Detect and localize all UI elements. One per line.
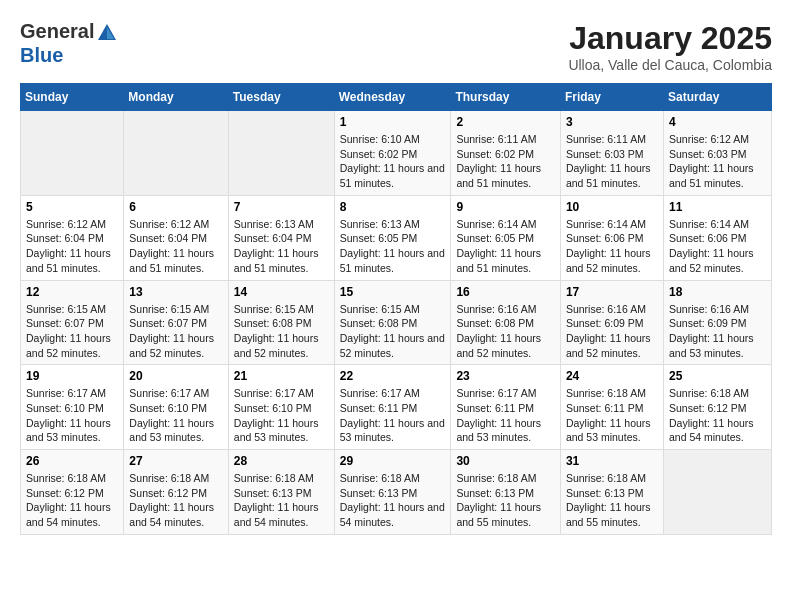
calendar-cell: 19Sunrise: 6:17 AMSunset: 6:10 PMDayligh… [21, 365, 124, 450]
day-info: Sunrise: 6:16 AMSunset: 6:09 PMDaylight:… [566, 302, 658, 361]
calendar-cell: 2Sunrise: 6:11 AMSunset: 6:02 PMDaylight… [451, 111, 561, 196]
day-info: Sunrise: 6:18 AMSunset: 6:13 PMDaylight:… [456, 471, 555, 530]
day-info: Sunrise: 6:12 AMSunset: 6:04 PMDaylight:… [129, 217, 222, 276]
calendar-cell: 30Sunrise: 6:18 AMSunset: 6:13 PMDayligh… [451, 450, 561, 535]
day-number: 3 [566, 115, 658, 129]
calendar-cell: 28Sunrise: 6:18 AMSunset: 6:13 PMDayligh… [228, 450, 334, 535]
calendar-cell: 23Sunrise: 6:17 AMSunset: 6:11 PMDayligh… [451, 365, 561, 450]
calendar-cell: 22Sunrise: 6:17 AMSunset: 6:11 PMDayligh… [334, 365, 451, 450]
calendar-cell: 10Sunrise: 6:14 AMSunset: 6:06 PMDayligh… [560, 195, 663, 280]
logo-general: General [20, 20, 94, 42]
title-block: January 2025 Ulloa, Valle del Cauca, Col… [568, 20, 772, 73]
day-number: 2 [456, 115, 555, 129]
day-number: 30 [456, 454, 555, 468]
day-number: 7 [234, 200, 329, 214]
calendar-week-3: 12Sunrise: 6:15 AMSunset: 6:07 PMDayligh… [21, 280, 772, 365]
calendar-week-4: 19Sunrise: 6:17 AMSunset: 6:10 PMDayligh… [21, 365, 772, 450]
day-info: Sunrise: 6:16 AMSunset: 6:09 PMDaylight:… [669, 302, 766, 361]
day-info: Sunrise: 6:18 AMSunset: 6:12 PMDaylight:… [26, 471, 118, 530]
calendar-cell: 18Sunrise: 6:16 AMSunset: 6:09 PMDayligh… [663, 280, 771, 365]
day-info: Sunrise: 6:18 AMSunset: 6:12 PMDaylight:… [129, 471, 222, 530]
day-number: 12 [26, 285, 118, 299]
calendar-cell: 12Sunrise: 6:15 AMSunset: 6:07 PMDayligh… [21, 280, 124, 365]
day-info: Sunrise: 6:17 AMSunset: 6:11 PMDaylight:… [456, 386, 555, 445]
header-wednesday: Wednesday [334, 84, 451, 111]
day-number: 21 [234, 369, 329, 383]
day-info: Sunrise: 6:17 AMSunset: 6:11 PMDaylight:… [340, 386, 446, 445]
calendar-week-1: 1Sunrise: 6:10 AMSunset: 6:02 PMDaylight… [21, 111, 772, 196]
logo-blue: Blue [20, 44, 63, 66]
day-info: Sunrise: 6:13 AMSunset: 6:04 PMDaylight:… [234, 217, 329, 276]
day-number: 1 [340, 115, 446, 129]
calendar-cell: 20Sunrise: 6:17 AMSunset: 6:10 PMDayligh… [124, 365, 228, 450]
header-tuesday: Tuesday [228, 84, 334, 111]
day-info: Sunrise: 6:16 AMSunset: 6:08 PMDaylight:… [456, 302, 555, 361]
day-number: 16 [456, 285, 555, 299]
day-number: 17 [566, 285, 658, 299]
day-number: 4 [669, 115, 766, 129]
day-info: Sunrise: 6:11 AMSunset: 6:03 PMDaylight:… [566, 132, 658, 191]
day-info: Sunrise: 6:17 AMSunset: 6:10 PMDaylight:… [129, 386, 222, 445]
day-number: 27 [129, 454, 222, 468]
calendar-cell: 17Sunrise: 6:16 AMSunset: 6:09 PMDayligh… [560, 280, 663, 365]
calendar-cell [21, 111, 124, 196]
header-monday: Monday [124, 84, 228, 111]
day-number: 20 [129, 369, 222, 383]
day-number: 31 [566, 454, 658, 468]
calendar-cell: 16Sunrise: 6:16 AMSunset: 6:08 PMDayligh… [451, 280, 561, 365]
calendar-title: January 2025 [568, 20, 772, 57]
calendar-cell: 14Sunrise: 6:15 AMSunset: 6:08 PMDayligh… [228, 280, 334, 365]
day-info: Sunrise: 6:13 AMSunset: 6:05 PMDaylight:… [340, 217, 446, 276]
calendar-cell: 25Sunrise: 6:18 AMSunset: 6:12 PMDayligh… [663, 365, 771, 450]
logo-icon [96, 22, 118, 44]
day-number: 5 [26, 200, 118, 214]
calendar-subtitle: Ulloa, Valle del Cauca, Colombia [568, 57, 772, 73]
calendar-cell: 7Sunrise: 6:13 AMSunset: 6:04 PMDaylight… [228, 195, 334, 280]
calendar-cell [663, 450, 771, 535]
day-number: 8 [340, 200, 446, 214]
day-info: Sunrise: 6:18 AMSunset: 6:12 PMDaylight:… [669, 386, 766, 445]
calendar-cell [124, 111, 228, 196]
day-info: Sunrise: 6:18 AMSunset: 6:13 PMDaylight:… [566, 471, 658, 530]
day-number: 14 [234, 285, 329, 299]
calendar-cell: 31Sunrise: 6:18 AMSunset: 6:13 PMDayligh… [560, 450, 663, 535]
day-number: 11 [669, 200, 766, 214]
calendar-cell: 24Sunrise: 6:18 AMSunset: 6:11 PMDayligh… [560, 365, 663, 450]
day-info: Sunrise: 6:15 AMSunset: 6:07 PMDaylight:… [129, 302, 222, 361]
day-info: Sunrise: 6:18 AMSunset: 6:13 PMDaylight:… [340, 471, 446, 530]
page-header: General Blue January 2025 Ulloa, Valle d… [20, 20, 772, 73]
day-number: 23 [456, 369, 555, 383]
calendar-cell: 21Sunrise: 6:17 AMSunset: 6:10 PMDayligh… [228, 365, 334, 450]
header-sunday: Sunday [21, 84, 124, 111]
calendar-cell: 4Sunrise: 6:12 AMSunset: 6:03 PMDaylight… [663, 111, 771, 196]
day-number: 29 [340, 454, 446, 468]
day-info: Sunrise: 6:12 AMSunset: 6:03 PMDaylight:… [669, 132, 766, 191]
header-thursday: Thursday [451, 84, 561, 111]
header-saturday: Saturday [663, 84, 771, 111]
day-info: Sunrise: 6:15 AMSunset: 6:08 PMDaylight:… [234, 302, 329, 361]
day-number: 24 [566, 369, 658, 383]
calendar-cell [228, 111, 334, 196]
day-info: Sunrise: 6:17 AMSunset: 6:10 PMDaylight:… [234, 386, 329, 445]
day-number: 18 [669, 285, 766, 299]
calendar-cell: 26Sunrise: 6:18 AMSunset: 6:12 PMDayligh… [21, 450, 124, 535]
day-info: Sunrise: 6:12 AMSunset: 6:04 PMDaylight:… [26, 217, 118, 276]
calendar-cell: 9Sunrise: 6:14 AMSunset: 6:05 PMDaylight… [451, 195, 561, 280]
day-number: 6 [129, 200, 222, 214]
calendar-header-row: SundayMondayTuesdayWednesdayThursdayFrid… [21, 84, 772, 111]
day-number: 22 [340, 369, 446, 383]
day-info: Sunrise: 6:11 AMSunset: 6:02 PMDaylight:… [456, 132, 555, 191]
calendar-cell: 6Sunrise: 6:12 AMSunset: 6:04 PMDaylight… [124, 195, 228, 280]
day-info: Sunrise: 6:10 AMSunset: 6:02 PMDaylight:… [340, 132, 446, 191]
day-number: 25 [669, 369, 766, 383]
day-number: 28 [234, 454, 329, 468]
calendar-cell: 8Sunrise: 6:13 AMSunset: 6:05 PMDaylight… [334, 195, 451, 280]
day-info: Sunrise: 6:14 AMSunset: 6:06 PMDaylight:… [566, 217, 658, 276]
calendar-cell: 5Sunrise: 6:12 AMSunset: 6:04 PMDaylight… [21, 195, 124, 280]
calendar-cell: 29Sunrise: 6:18 AMSunset: 6:13 PMDayligh… [334, 450, 451, 535]
day-number: 26 [26, 454, 118, 468]
day-info: Sunrise: 6:18 AMSunset: 6:11 PMDaylight:… [566, 386, 658, 445]
calendar-cell: 11Sunrise: 6:14 AMSunset: 6:06 PMDayligh… [663, 195, 771, 280]
calendar-cell: 15Sunrise: 6:15 AMSunset: 6:08 PMDayligh… [334, 280, 451, 365]
day-info: Sunrise: 6:15 AMSunset: 6:07 PMDaylight:… [26, 302, 118, 361]
